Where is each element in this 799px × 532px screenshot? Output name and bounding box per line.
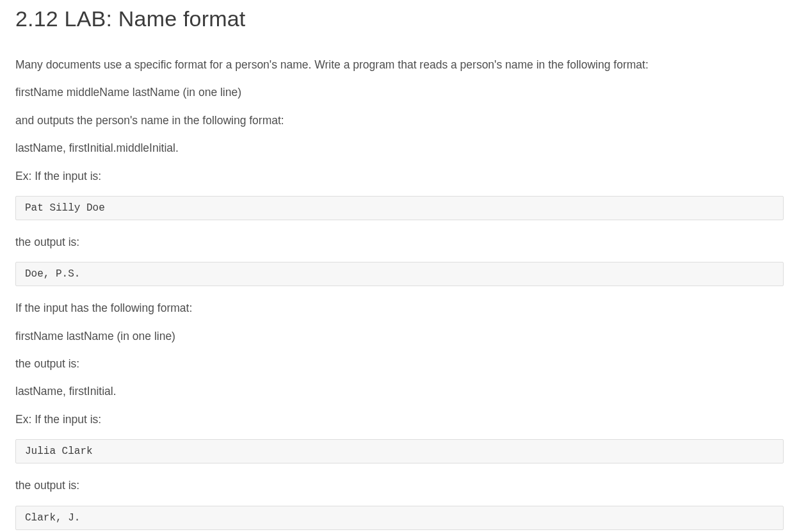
output-description: and outputs the person's name in the fol… — [15, 113, 784, 129]
example-input-label-1: Ex: If the input is: — [15, 168, 784, 184]
code-block-input-2: Julia Clark — [15, 439, 784, 463]
alt-output-label: the output is: — [15, 356, 784, 372]
example-output-label-2: the output is: — [15, 478, 784, 494]
page-title: 2.12 LAB: Name format — [15, 6, 784, 31]
output-format-short: lastName, firstInitial. — [15, 383, 784, 399]
alt-format-intro: If the input has the following format: — [15, 300, 784, 316]
input-format-short: firstName lastName (in one line) — [15, 328, 784, 344]
example-input-label-2: Ex: If the input is: — [15, 412, 784, 428]
intro-paragraph: Many documents use a specific format for… — [15, 57, 784, 73]
example-output-label-1: the output is: — [15, 234, 784, 250]
code-block-output-1: Doe, P.S. — [15, 262, 784, 286]
code-block-input-1: Pat Silly Doe — [15, 196, 784, 220]
code-block-output-2: Clark, J. — [15, 506, 784, 530]
output-format-full: lastName, firstInitial.middleInitial. — [15, 140, 784, 156]
input-format-full: firstName middleName lastName (in one li… — [15, 85, 784, 101]
